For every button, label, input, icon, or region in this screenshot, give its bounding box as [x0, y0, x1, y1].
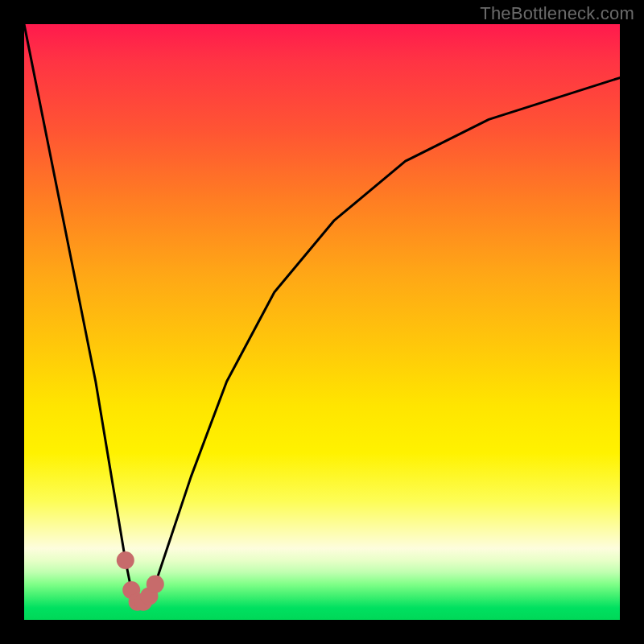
min-region-dots [117, 551, 164, 611]
plot-area [24, 24, 620, 620]
min-dot [147, 576, 164, 593]
chart-frame: TheBottleneck.com [0, 0, 644, 644]
curve-svg [24, 24, 620, 620]
watermark-text: TheBottleneck.com [480, 3, 634, 24]
min-dot [117, 551, 134, 569]
bottleneck-curve-path [24, 24, 620, 602]
